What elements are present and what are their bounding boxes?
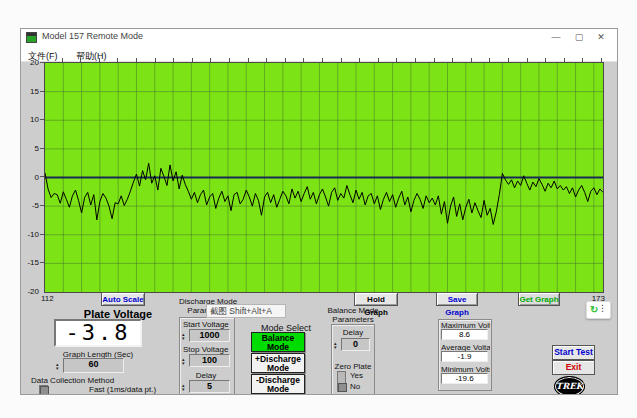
y-tick-label: -10 [21,230,39,239]
data-collection-method-label: Data Collection Method [31,376,114,385]
plate-voltage-display: -3.8 [54,319,142,347]
x-axis-min-label: 112 [41,294,54,303]
start-voltage-spinner-arrows[interactable]: ▴▾ [182,329,189,342]
start-test-button[interactable]: Start Test [552,345,595,360]
plus-discharge-mode-button[interactable]: +Discharge Mode [251,353,305,373]
plate-voltage-value: -3.8 [66,320,131,345]
zero-plate-no[interactable]: No [350,382,360,391]
y-tick-label: 10 [21,115,39,124]
voltage-graph[interactable] [44,62,604,293]
hold-graph-button[interactable]: Hold Graph [354,292,398,306]
zero-plate-yes[interactable]: Yes [350,371,363,380]
minimize-button[interactable]: — [545,29,567,45]
stop-voltage-input[interactable]: 100 [189,354,230,367]
y-tick-label: 15 [21,87,39,96]
save-graph-button[interactable]: Save Graph [436,292,478,306]
title-bar[interactable]: Model 157 Remote Mode — ▢ ✕ [21,29,617,45]
zero-plate-label: Zero Plate [333,362,373,371]
window-title: Model 157 Remote Mode [42,31,143,41]
balance-title-2: Parameters [321,315,385,324]
more-options-icon[interactable]: ⋮ [598,303,607,313]
y-tick-label: -15 [21,258,39,267]
maximize-button[interactable]: ▢ [568,29,590,45]
stop-voltage-spinner-arrows[interactable]: ▴▾ [182,354,189,367]
discharge-delay-spinner-arrows[interactable]: ▴▾ [182,380,189,393]
y-axis-labels: 20151050-5-10-15-20 [21,62,39,291]
discharge-delay-label: Delay [183,371,229,380]
start-voltage-label: Start Voltage [183,320,229,329]
y-tick-label: -5 [21,201,39,210]
trek-logo: TREK [554,376,585,395]
y-tick-label: -20 [21,287,39,296]
balance-delay-input[interactable]: 0 [341,338,370,351]
app-icon [26,32,37,43]
balance-mode-button[interactable]: Balance Mode [251,332,305,352]
close-button[interactable]: ✕ [590,29,612,45]
balance-delay-spinner-arrows[interactable]: ▴▾ [334,338,341,351]
average-voltage-value: -1.9 [441,351,488,362]
exit-button[interactable]: Exit [552,360,595,375]
balance-delay-label: Delay [333,328,373,337]
minus-discharge-mode-button[interactable]: -Discharge Mode [251,374,305,394]
discharge-delay-input[interactable]: 5 [189,380,230,393]
y-tick-label: 20 [21,58,39,67]
auto-scale-button[interactable]: Auto Scale [101,292,145,306]
y-tick-label: 5 [21,144,39,153]
screenshot-tool-popup[interactable]: ↻ ⋮ [586,301,611,319]
maximum-volts-value: 8.6 [441,329,488,340]
app-window: Model 157 Remote Mode — ▢ ✕ 文件(F) 帮助(H) … [20,28,618,395]
minimum-volts-value: -19.6 [441,373,488,384]
get-graph-button[interactable]: Get Graph [518,292,560,306]
balance-title-1: Balance Mode [321,306,385,315]
graph-length-spinner-arrows[interactable]: ▴▾ [56,358,63,373]
graph-length-input[interactable]: 60 [63,358,124,373]
zero-plate-switch[interactable] [337,371,346,392]
screenshot-tooltip: 截图 Shift+Alt+A [206,304,286,318]
data-collection-slider[interactable] [39,385,48,395]
plot-area [45,63,603,292]
stop-voltage-label: Stop Voltage [183,345,228,354]
dcm-option-normal[interactable]: Normal (10ms/data pt.) [89,393,171,395]
start-voltage-input[interactable]: 1000 [189,329,230,342]
y-tick-label: 0 [21,173,39,182]
waveform-svg [45,63,603,292]
